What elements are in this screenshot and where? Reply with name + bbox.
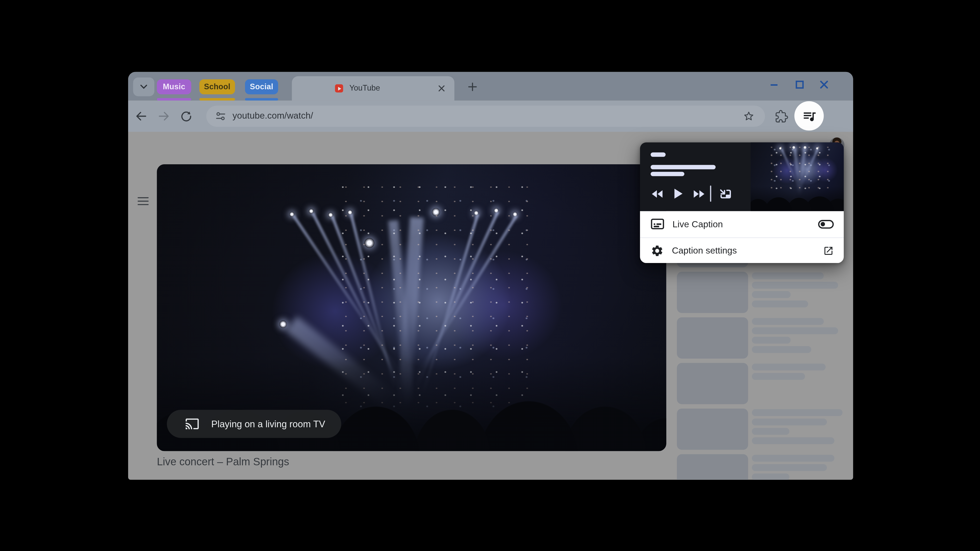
suggestion-text-line — [752, 455, 834, 462]
screen: Music School Social YouTube — [0, 0, 980, 551]
toggle-knob — [820, 222, 825, 226]
play-button[interactable] — [671, 185, 685, 203]
live-caption-row[interactable]: Live Caption — [640, 211, 844, 237]
tab-group-label: Music — [163, 83, 185, 91]
suggestion-thumbnail — [677, 363, 748, 404]
cast-status-pill: Playing on a living room TV — [167, 410, 342, 438]
cast-status-text: Playing on a living room TV — [211, 419, 325, 429]
back-button[interactable] — [135, 110, 148, 122]
browser-window: Music School Social YouTube — [128, 72, 853, 480]
back-icon — [135, 111, 147, 121]
media-controls-button[interactable] — [794, 101, 824, 130]
caption-rows: Live Caption Caption settings — [640, 211, 844, 263]
tab-close-icon[interactable] — [438, 85, 445, 92]
caption-settings-label: Caption settings — [672, 246, 823, 256]
caption-settings-gear-icon — [651, 244, 663, 257]
suggestion-text-line — [752, 437, 834, 444]
live-caption-toggle[interactable] — [818, 220, 834, 228]
suggestion-skeleton-item[interactable] — [677, 272, 853, 313]
play-icon — [674, 189, 682, 199]
suggestion-thumbnail — [677, 272, 748, 313]
suggestion-text-line — [752, 373, 805, 380]
suggestion-text-line — [752, 464, 827, 471]
next-track-icon — [693, 189, 704, 198]
suggestion-text-line — [752, 272, 824, 279]
suggestion-thumbnail — [677, 318, 748, 359]
suggestion-skeleton-item[interactable] — [677, 363, 853, 404]
chevron-down-icon — [140, 84, 148, 89]
tab-group-label: Social — [250, 83, 273, 91]
caption-settings-row[interactable]: Caption settings — [640, 238, 844, 263]
suggestion-skeleton-item[interactable] — [677, 409, 853, 450]
picture-in-picture-icon — [719, 188, 732, 200]
suggestion-skeleton-item[interactable] — [677, 454, 853, 480]
video-title: Live concert – Palm Springs — [157, 456, 289, 468]
suggestion-text-line — [752, 409, 842, 416]
tab-group-label: School — [204, 83, 231, 91]
tab-search-button[interactable] — [133, 78, 154, 96]
live-caption-label: Live Caption — [673, 219, 818, 229]
tab-group-underline — [245, 98, 278, 100]
forward-icon — [158, 111, 169, 121]
next-track-button[interactable] — [690, 186, 708, 201]
suggestion-text-line — [752, 291, 791, 298]
cast-icon — [185, 418, 199, 430]
suggestion-thumbnail — [677, 409, 748, 450]
suggestion-skeleton-item[interactable] — [677, 318, 853, 359]
controls-divider — [710, 186, 711, 202]
tab-group-chip-school[interactable]: School — [199, 79, 235, 94]
suggestion-text-line — [752, 282, 838, 289]
suggestion-text-line — [752, 327, 838, 334]
open-in-new-icon[interactable] — [823, 245, 834, 256]
suggestions-rail — [677, 72, 853, 480]
youtube-favicon-icon — [335, 84, 343, 93]
media-skeleton-bar — [651, 165, 716, 169]
picture-in-picture-button[interactable] — [718, 186, 734, 201]
album-art — [751, 142, 844, 211]
tab-group-underline — [157, 98, 191, 100]
queue-music-icon — [802, 108, 817, 124]
tab-group-chip-social[interactable]: Social — [245, 79, 278, 94]
suggestion-text-line — [752, 473, 789, 480]
suggestion-text-line — [752, 419, 827, 426]
suggestion-text-line — [752, 337, 791, 344]
site-settings-icon[interactable] — [215, 110, 226, 122]
reload-icon — [181, 110, 192, 122]
suggestion-thumbnail — [677, 454, 748, 480]
forward-button[interactable] — [158, 110, 170, 122]
url-text: youtube.com/watch/ — [232, 110, 313, 121]
tab-group-chip-music[interactable]: Music — [157, 79, 191, 94]
media-controls-popup: Live Caption Caption settings — [640, 142, 844, 263]
live-caption-icon — [651, 218, 664, 230]
suggestion-text-line — [752, 346, 811, 353]
tab-group-underline — [199, 98, 235, 100]
suggestion-text-line — [752, 364, 826, 370]
tab-youtube[interactable]: YouTube — [292, 76, 455, 101]
media-skeleton-bar — [651, 171, 684, 176]
video-player[interactable]: Playing on a living room TV — [157, 164, 667, 451]
suggestion-text-line — [752, 318, 824, 325]
suggestion-text-line — [752, 428, 789, 435]
reload-button[interactable] — [180, 110, 192, 122]
previous-track-icon — [652, 189, 663, 198]
media-skeleton-bar — [651, 152, 666, 157]
video-vignette — [157, 164, 667, 451]
tab-title: YouTube — [349, 84, 380, 92]
new-tab-button[interactable] — [468, 83, 477, 91]
suggestion-text-line — [752, 300, 808, 307]
previous-track-button[interactable] — [649, 186, 667, 201]
media-card — [640, 142, 844, 211]
hamburger-menu-icon[interactable] — [138, 197, 149, 205]
